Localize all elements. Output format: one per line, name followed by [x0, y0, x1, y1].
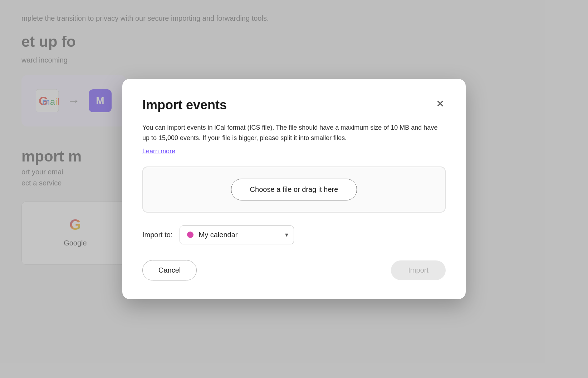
import-to-row: Import to: My calendar ▾ [142, 225, 446, 244]
choose-file-button[interactable]: Choose a file or drag it here [231, 179, 357, 200]
import-events-modal: Import events ✕ You can import events in… [122, 79, 466, 299]
calendar-select[interactable]: My calendar [180, 225, 294, 244]
calendar-color-dot [187, 232, 193, 238]
modal-overlay: Import events ✕ You can import events in… [0, 0, 588, 378]
cancel-button[interactable]: Cancel [142, 260, 197, 280]
learn-more-link[interactable]: Learn more [142, 148, 175, 155]
modal-header: Import events ✕ [142, 98, 446, 113]
import-button[interactable]: Import [391, 260, 446, 280]
file-drop-zone[interactable]: Choose a file or drag it here [142, 166, 446, 213]
modal-description: You can import events in iCal format (IC… [142, 123, 446, 143]
close-button[interactable]: ✕ [435, 98, 446, 110]
calendar-select-wrapper[interactable]: My calendar ▾ [180, 225, 294, 244]
calendar-name: My calendar [199, 231, 237, 239]
close-icon: ✕ [436, 99, 444, 109]
modal-footer: Cancel Import [142, 260, 446, 280]
import-to-label: Import to: [142, 231, 172, 239]
modal-title: Import events [142, 98, 227, 113]
